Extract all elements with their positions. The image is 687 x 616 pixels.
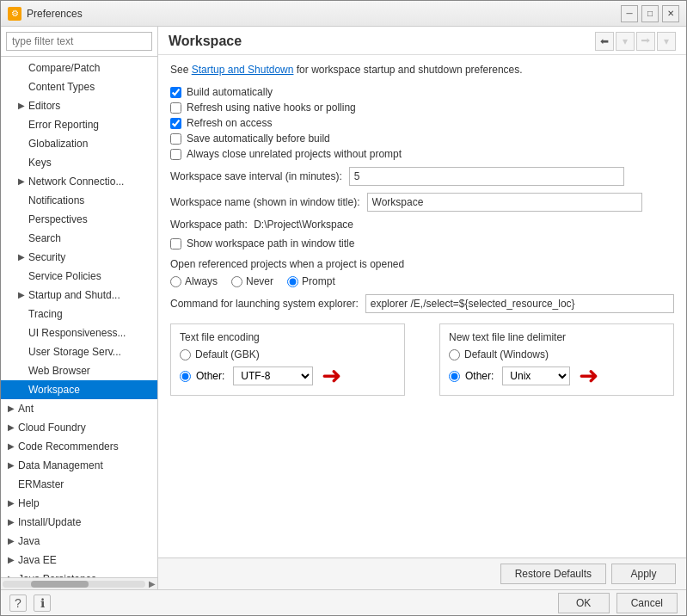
show-path-checkbox[interactable] <box>170 238 181 249</box>
sidebar-item-java[interactable]: ▶Java <box>1 532 157 551</box>
sidebar-item-ermaster[interactable]: ERMaster <box>1 475 157 494</box>
sidebar-item-tracing[interactable]: Tracing <box>1 305 157 323</box>
delimiter-other-label: Other: <box>465 370 494 382</box>
sidebar-item-network-connectivity[interactable]: ▶Network Connectio... <box>1 172 157 191</box>
sidebar-item-user-storage-serv[interactable]: User Storage Serv... <box>1 342 157 361</box>
prompt-radio[interactable] <box>287 276 298 287</box>
help-button[interactable]: ? <box>9 594 27 612</box>
save-interval-row: Workspace save interval (in minutes): <box>170 167 674 186</box>
sidebar-item-perspectives[interactable]: Perspectives <box>1 210 157 229</box>
line-delimiter-title: New text file line delimiter <box>449 331 665 343</box>
horizontal-scrollbar[interactable]: ▶ <box>1 577 157 589</box>
sidebar-item-search[interactable]: Search <box>1 229 157 248</box>
titlebar: ⚙ Preferences ─ □ ✕ <box>1 1 686 27</box>
sidebar-item-content-types[interactable]: Content Types <box>1 77 157 96</box>
encoding-default-radio[interactable] <box>180 349 191 360</box>
panel-header: Workspace ⬅ ▾ ⮕ ▾ <box>158 27 686 55</box>
sidebar-item-security[interactable]: ▶Security <box>1 248 157 267</box>
workspace-path-value: D:\Project\Workspace <box>254 219 353 231</box>
encoding-arrow-icon: ➜ <box>322 364 341 388</box>
refresh-access-checkbox[interactable] <box>170 118 181 129</box>
maximize-button[interactable]: □ <box>641 5 659 22</box>
delimiter-default-radio[interactable] <box>449 349 460 360</box>
sidebar-item-workspace[interactable]: Workspace <box>1 380 157 399</box>
sidebar-item-error-reporting[interactable]: Error Reporting <box>1 115 157 134</box>
sidebar-item-editors[interactable]: ▶Editors <box>1 96 157 115</box>
always-radio[interactable] <box>170 276 181 287</box>
window-controls: ─ □ ✕ <box>621 5 679 22</box>
encoding-other-row: Other: UTF-8 UTF-16 GBK ISO-8859-1 US-AS… <box>180 364 396 388</box>
save-interval-input[interactable] <box>349 167 624 186</box>
checkbox-row-close-unrelated: Always close unrelated projects without … <box>170 148 674 160</box>
sidebar-item-label-workspace: Workspace <box>28 382 80 397</box>
scroll-thumb <box>31 581 88 588</box>
workspace-name-row: Workspace name (shown in window title): <box>170 193 674 212</box>
always-radio-label: Always <box>185 275 218 287</box>
dropdown-button[interactable]: ▾ <box>616 32 635 51</box>
command-input[interactable] <box>365 294 674 313</box>
window-title: Preferences <box>27 8 621 20</box>
sidebar-item-label-startup-shutdown: Startup and Shutd... <box>28 287 120 303</box>
minimize-button[interactable]: ─ <box>621 5 638 22</box>
sidebar-item-java-ee[interactable]: ▶Java EE <box>1 551 157 570</box>
never-radio[interactable] <box>231 276 242 287</box>
sidebar-item-startup-shutdown[interactable]: ▶Startup and Shutd... <box>1 286 157 305</box>
sidebar-item-java-persistence[interactable]: ▶Java Persistence <box>1 570 157 577</box>
close-unrelated-checkbox[interactable] <box>170 149 181 160</box>
scroll-track <box>3 581 145 588</box>
right-panel: Workspace ⬅ ▾ ⮕ ▾ See Startup and Shutdo… <box>158 27 686 589</box>
forward-button[interactable]: ⮕ <box>636 32 655 51</box>
info-button[interactable]: ℹ <box>34 594 51 612</box>
sidebar-item-cloud-foundry[interactable]: ▶Cloud Foundry <box>1 418 157 437</box>
sidebar-item-keys[interactable]: Keys <box>1 153 157 172</box>
sidebar-item-label-perspectives: Perspectives <box>28 212 88 227</box>
delimiter-arrow-icon: ➜ <box>579 364 598 388</box>
line-delimiter-box: New text file line delimiter Default (Wi… <box>439 323 674 396</box>
restore-defaults-button[interactable]: Restore Defaults <box>500 564 606 584</box>
delimiter-other-radio[interactable] <box>449 371 460 382</box>
sidebar-item-service-policies[interactable]: Service Policies <box>1 267 157 286</box>
sidebar-item-label-code-recommenders: Code Recommenders <box>18 439 119 454</box>
scroll-right-btn[interactable]: ▶ <box>149 579 156 588</box>
sidebar-item-code-recommenders[interactable]: ▶Code Recommenders <box>1 437 157 456</box>
sidebar-item-ant[interactable]: ▶Ant <box>1 399 157 418</box>
info-icon: ℹ <box>40 596 45 610</box>
sidebar-item-data-management[interactable]: ▶Data Management <box>1 456 157 475</box>
sidebar-item-label-ermaster: ERMaster <box>18 477 64 492</box>
radio-row-never: Never <box>231 275 273 287</box>
build-auto-checkbox[interactable] <box>170 87 181 98</box>
back-button[interactable]: ⬅ <box>595 32 614 51</box>
sidebar-item-label-search: Search <box>28 231 61 246</box>
sidebar-item-install-update[interactable]: ▶Install/Update <box>1 513 157 532</box>
encoding-select[interactable]: UTF-8 UTF-16 GBK ISO-8859-1 US-ASCII <box>233 367 313 385</box>
radio-row-prompt: Prompt <box>287 275 335 287</box>
sidebar-item-notifications[interactable]: Notifications <box>1 191 157 210</box>
apply-button[interactable]: Apply <box>611 564 676 584</box>
sidebar-item-web-browser[interactable]: Web Browser <box>1 361 157 380</box>
encoding-other-radio[interactable] <box>180 371 191 382</box>
workspace-name-input[interactable] <box>367 193 642 212</box>
search-input[interactable] <box>6 32 152 51</box>
more-button[interactable]: ▾ <box>657 32 676 51</box>
sidebar-item-help[interactable]: ▶Help <box>1 494 157 513</box>
sidebar-item-compare-patch[interactable]: Compare/Patch <box>1 59 157 77</box>
close-button[interactable]: ✕ <box>662 5 679 22</box>
panel-body: See Startup and Shutdown for workspace s… <box>158 55 686 557</box>
refresh-native-checkbox[interactable] <box>170 102 181 114</box>
checkbox-row-refresh-access: Refresh on access <box>170 117 674 129</box>
refresh-native-label: Refresh using native hooks or polling <box>187 102 356 114</box>
prompt-radio-label: Prompt <box>302 275 335 287</box>
sidebar-item-globalization[interactable]: Globalization <box>1 134 157 153</box>
delimiter-select[interactable]: Unix Windows Mac <box>502 367 570 385</box>
never-radio-label: Never <box>246 275 273 287</box>
save-auto-build-checkbox[interactable] <box>170 133 181 145</box>
ok-button[interactable]: OK <box>558 593 610 613</box>
startup-shutdown-link[interactable]: Startup and Shutdown <box>192 64 294 76</box>
sidebar-item-label-content-types: Content Types <box>28 79 95 95</box>
build-auto-label: Build automatically <box>187 86 273 98</box>
cancel-button[interactable]: Cancel <box>616 593 678 613</box>
sidebar-item-ui-responsiveness[interactable]: UI Responsiveness... <box>1 323 157 342</box>
sidebar-item-label-editors: Editors <box>28 98 60 114</box>
sidebar-item-label-java: Java <box>18 533 40 549</box>
info-text-after: for workspace startup and shutdown prefe… <box>293 64 522 76</box>
